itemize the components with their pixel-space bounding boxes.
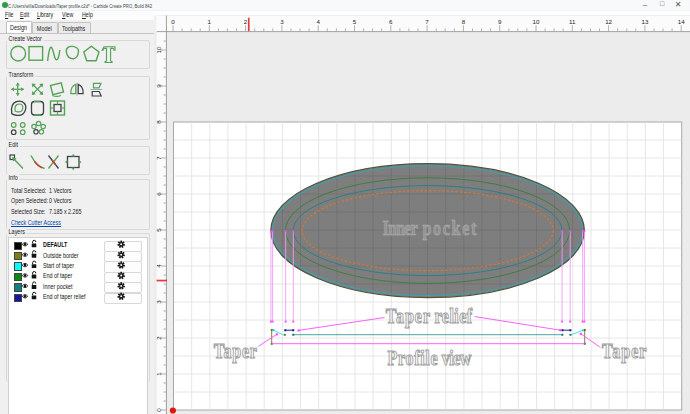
- svg-text:1: 1: [155, 372, 162, 376]
- svg-text:2: 2: [244, 18, 248, 25]
- svg-text:13: 13: [641, 18, 648, 25]
- svg-text:9: 9: [155, 84, 162, 88]
- svg-text:relief: relief: [435, 304, 473, 328]
- svg-text:12: 12: [605, 18, 612, 25]
- svg-text:1: 1: [208, 18, 212, 25]
- svg-text:3: 3: [280, 18, 284, 25]
- svg-text:6: 6: [389, 18, 393, 25]
- svg-text:0: 0: [155, 408, 162, 412]
- svg-text:0: 0: [171, 18, 175, 25]
- svg-text:Profile: Profile: [388, 346, 438, 370]
- svg-text:Taper: Taper: [214, 338, 258, 362]
- svg-text:8: 8: [155, 120, 162, 124]
- svg-text:Inner: Inner: [382, 216, 418, 240]
- svg-text:4: 4: [155, 264, 162, 268]
- svg-text:7: 7: [155, 156, 162, 160]
- svg-text:5: 5: [155, 228, 162, 232]
- svg-text:8: 8: [462, 18, 466, 25]
- svg-text:10: 10: [155, 46, 162, 53]
- svg-text:5: 5: [353, 18, 357, 25]
- svg-text:pocket: pocket: [422, 216, 477, 240]
- svg-text:14: 14: [678, 18, 685, 25]
- svg-text:Taper: Taper: [386, 304, 431, 328]
- svg-text:6: 6: [155, 192, 162, 196]
- svg-text:9: 9: [498, 18, 502, 25]
- svg-text:10: 10: [533, 18, 540, 25]
- svg-text:view: view: [442, 346, 472, 370]
- svg-text:Taper: Taper: [602, 338, 647, 362]
- svg-text:11: 11: [569, 18, 576, 25]
- svg-text:3: 3: [155, 300, 162, 304]
- svg-text:4: 4: [316, 18, 320, 25]
- svg-text:7: 7: [425, 18, 429, 25]
- svg-text:2: 2: [155, 336, 162, 340]
